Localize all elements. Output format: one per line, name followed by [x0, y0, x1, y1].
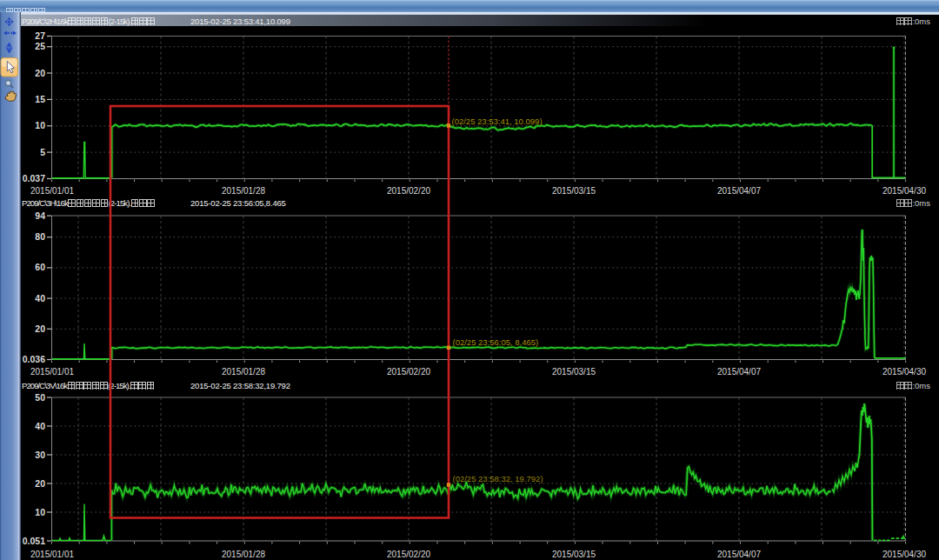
svg-text:2015/01/28: 2015/01/28: [222, 367, 265, 377]
svg-text:5: 5: [40, 147, 45, 157]
svg-text:2015/01/01: 2015/01/01: [30, 186, 74, 196]
svg-text:27: 27: [35, 30, 45, 41]
svg-text:94: 94: [35, 210, 45, 221]
svg-text:2015/04/07: 2015/04/07: [717, 550, 761, 559]
svg-text:20: 20: [35, 478, 45, 489]
svg-text:0.036: 0.036: [23, 354, 45, 364]
svg-text:2015/04/07: 2015/04/07: [717, 367, 761, 377]
svg-text:25: 25: [35, 41, 45, 51]
svg-text:2015/01/01: 2015/01/01: [30, 367, 74, 377]
svg-text:0.037: 0.037: [23, 173, 45, 183]
svg-text:(02/25 23:56:05, 8.465): (02/25 23:56:05, 8.465): [453, 337, 539, 347]
svg-text:40: 40: [35, 421, 45, 431]
svg-text:2015/02/20: 2015/02/20: [387, 367, 430, 377]
svg-text:2015/02/20: 2015/02/20: [387, 186, 430, 196]
svg-text:30: 30: [35, 450, 45, 460]
svg-text:10: 10: [35, 120, 45, 130]
svg-text:(02/25 23:58:32, 19.792): (02/25 23:58:32, 19.792): [453, 474, 543, 483]
svg-text:2015/01/28: 2015/01/28: [222, 550, 265, 559]
svg-text:2015/04/07: 2015/04/07: [717, 186, 761, 196]
svg-text:2015/04/30: 2015/04/30: [882, 367, 926, 377]
svg-text:20: 20: [35, 323, 45, 334]
svg-text:60: 60: [35, 262, 45, 272]
svg-text:15: 15: [35, 94, 45, 104]
svg-text:2015/02/20: 2015/02/20: [387, 550, 430, 559]
svg-text:2015/01/28: 2015/01/28: [222, 186, 265, 196]
svg-text:10: 10: [35, 507, 45, 517]
svg-text:2015/01/01: 2015/01/01: [30, 550, 74, 559]
svg-text:2015/04/30: 2015/04/30: [882, 550, 926, 559]
svg-text:2015/03/15: 2015/03/15: [552, 550, 596, 559]
svg-text:2015/04/30: 2015/04/30: [882, 186, 926, 196]
svg-text:(02/25 23:53:41, 10.099): (02/25 23:53:41, 10.099): [452, 117, 543, 126]
svg-text:0.051: 0.051: [23, 536, 45, 546]
svg-text:40: 40: [35, 293, 45, 303]
svg-text:50: 50: [35, 392, 45, 403]
svg-text:2015/03/15: 2015/03/15: [552, 367, 596, 377]
svg-text:80: 80: [35, 231, 45, 242]
svg-text:20: 20: [35, 68, 45, 78]
svg-text:2015/03/15: 2015/03/15: [552, 186, 596, 196]
